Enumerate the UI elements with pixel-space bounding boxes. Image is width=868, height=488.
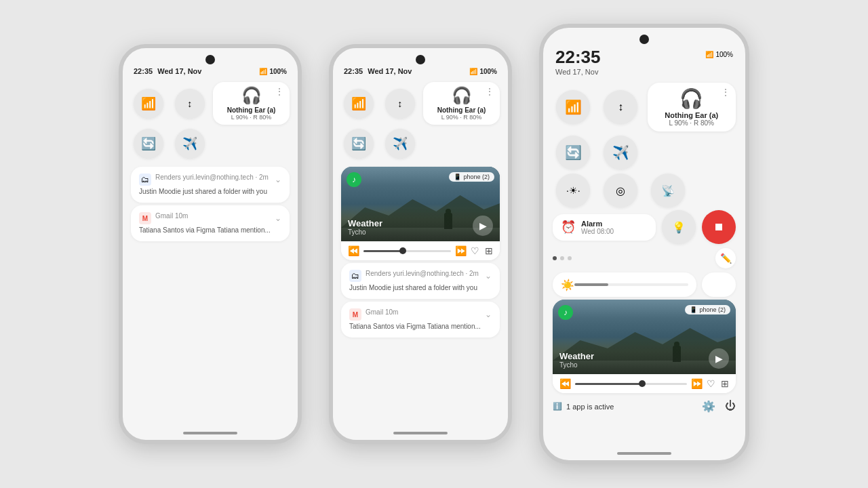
- media-title-2: Weather: [348, 218, 382, 228]
- phone-badge-icon-2: 📱: [454, 174, 461, 180]
- brightness-tile-3[interactable]: ·☀·: [556, 174, 590, 207]
- record-tile-3[interactable]: ⏹: [702, 210, 736, 244]
- settings-icon-3[interactable]: ⚙️: [702, 400, 715, 413]
- flashlight-tile-3[interactable]: 💡: [662, 210, 696, 244]
- dot-2-3: [560, 256, 564, 260]
- rewind-btn-2[interactable]: ⏪: [348, 245, 359, 256]
- data-tile-2[interactable]: ↕: [385, 89, 415, 119]
- empty-tile-2b: [467, 129, 497, 159]
- signal-icon-3: 📶: [705, 51, 713, 58]
- brightness-row-3: ☀️: [553, 272, 736, 297]
- notif-chevron-gmail-1[interactable]: ⌄: [275, 214, 281, 223]
- media-play-3[interactable]: ▶: [709, 348, 729, 369]
- media-card-3: ♪ 📱 phone (2) Weather Tycho ▶ ⏪ ⏩ ♡ ⊞: [553, 300, 736, 393]
- hotspot-tile-3[interactable]: 📡: [651, 174, 685, 207]
- notif-body-gmail-1: Tatiana Santos via Figma Tatiana mention…: [139, 226, 281, 235]
- data-icon-3: ↕: [618, 101, 623, 113]
- alarm-tile-3: ⏰ Alarm Wed 08:00: [553, 214, 656, 241]
- phone-2: 22:35 Wed 17, Nov 📶 100% 📶 ↕ ⋮ 🎧 Nothing…: [329, 44, 512, 444]
- data-tile-1[interactable]: ↕: [175, 89, 205, 119]
- extra-slider-3[interactable]: [702, 272, 736, 297]
- focus-tile-3[interactable]: ◎: [604, 174, 637, 207]
- forward-btn-3[interactable]: ⏩: [691, 378, 703, 389]
- alarm-info-3: Alarm Wed 08:00: [581, 220, 614, 235]
- notif-body-renders-2: Justin Moodie just shared a folder with …: [349, 283, 492, 292]
- media-controls-3: ⏪ ⏩ ♡ ⊞: [553, 374, 736, 393]
- notif-chevron-gmail-2[interactable]: ⌄: [485, 310, 492, 319]
- airplane-icon-2: ✈️: [393, 136, 408, 151]
- alarm-label-3: Alarm: [581, 220, 614, 228]
- notif-renders-1: 🗂 Renders yuri.levin@nothing.tech · 2m ⌄…: [131, 167, 290, 203]
- media-play-2[interactable]: ▶: [473, 216, 493, 236]
- progress-fill-3: [575, 383, 642, 385]
- airplane-tile-1[interactable]: ✈️: [175, 129, 205, 159]
- empty-tile-3b: [698, 136, 732, 169]
- repeat-btn-2[interactable]: ⊞: [485, 245, 493, 256]
- rotate-tile-3[interactable]: 🔄: [556, 136, 590, 169]
- phone-badge-3: 📱 phone (2): [685, 305, 730, 314]
- home-bar-3[interactable]: [617, 452, 671, 455]
- rotate-icon-2: 🔄: [351, 136, 366, 151]
- earbuds-tile-2[interactable]: ⋮ 🎧 Nothing Ear (a) L 90% · R 80%: [423, 82, 500, 125]
- progress-bar-3[interactable]: [575, 383, 687, 385]
- notif-chevron-1[interactable]: ⌄: [275, 175, 281, 184]
- info-icon-3: ℹ️: [553, 402, 562, 411]
- progress-bar-2[interactable]: [363, 250, 451, 252]
- wifi-tile-2[interactable]: 📶: [344, 89, 374, 119]
- phone-1: 22:35 Wed 17, Nov 📶 100% 📶 ↕ ⋮ 🎧 Nothing…: [119, 44, 302, 444]
- brightness-fill-3: [574, 283, 608, 286]
- data-tile-3[interactable]: ↕: [604, 90, 637, 124]
- airplane-tile-2[interactable]: ✈️: [385, 129, 415, 159]
- figure-3: [673, 346, 681, 362]
- alarm-time-3: Wed 08:00: [581, 228, 614, 235]
- rotate-tile-2[interactable]: 🔄: [344, 129, 374, 159]
- active-apps-bar-3: ℹ️ 1 app is active ⚙️ ⏻: [543, 396, 745, 417]
- quick-tiles-2: 📶 ↕ ⋮ 🎧 Nothing Ear (a) L 90% · R 80%: [333, 78, 508, 129]
- edit-icon-3[interactable]: ✏️: [715, 248, 736, 268]
- earbud-icon-3: 🎧: [679, 87, 703, 110]
- earbud-name-3: Nothing Ear (a): [665, 111, 718, 119]
- dot-1-3: [553, 256, 557, 260]
- earbud-name-2: Nothing Ear (a): [437, 106, 486, 114]
- heart-btn-3[interactable]: ♡: [707, 378, 715, 389]
- earbuds-menu-1[interactable]: ⋮: [275, 86, 284, 97]
- airplane-icon-3: ✈️: [612, 144, 629, 161]
- brightness-slider-3[interactable]: ☀️: [553, 272, 696, 297]
- rotate-icon-1: 🔄: [141, 136, 156, 151]
- rewind-btn-3[interactable]: ⏪: [559, 378, 571, 389]
- home-bar-1[interactable]: [183, 432, 237, 434]
- earbud-battery-3: L 90% · R 80%: [669, 119, 714, 127]
- repeat-btn-3[interactable]: ⊞: [721, 378, 729, 389]
- wifi-tile-3[interactable]: 📶: [556, 90, 590, 124]
- rotate-tile-1[interactable]: 🔄: [134, 129, 163, 159]
- notif-app-renders-2: Renders yuri.levin@nothing.tech · 2m: [366, 270, 479, 277]
- earbuds-tile-1[interactable]: ⋮ 🎧 Nothing Ear (a) L 90% · R 80%: [213, 82, 290, 125]
- media-bg-2: ♪ 📱 phone (2) Weather Tycho ▶: [341, 167, 500, 241]
- media-controls-2: ⏪ ⏩ ♡ ⊞: [341, 241, 500, 260]
- progress-fill-2: [363, 250, 403, 252]
- media-artist-3: Tycho: [559, 361, 594, 369]
- earbuds-tile-3[interactable]: ⋮ 🎧 Nothing Ear (a) L 90% · R 80%: [648, 83, 736, 131]
- empty-tile-1a: [216, 129, 245, 159]
- phone-badge-2: 📱 phone (2): [449, 172, 494, 182]
- signal-icon-2: 📶: [469, 68, 477, 75]
- data-icon-2: ↕: [397, 98, 402, 109]
- home-bar-2[interactable]: [393, 432, 448, 434]
- earbuds-menu-2[interactable]: ⋮: [485, 86, 494, 97]
- media-info-3: Weather Tycho: [559, 351, 594, 369]
- earbud-name-1: Nothing Ear (a): [227, 106, 276, 114]
- phone-3: 22:35 Wed 17, Nov 📶 100% 📶 ↕ ⋮ 🎧 Nothing…: [539, 24, 749, 464]
- power-icon-3[interactable]: ⏻: [725, 400, 736, 413]
- airplane-tile-3[interactable]: ✈️: [604, 136, 637, 169]
- media-artist-2: Tycho: [348, 228, 382, 236]
- wifi-icon-2: 📶: [351, 96, 366, 111]
- heart-btn-2[interactable]: ♡: [471, 245, 479, 256]
- forward-btn-2[interactable]: ⏩: [455, 245, 467, 256]
- notif-chevron-2[interactable]: ⌄: [485, 271, 492, 281]
- wifi-tile-1[interactable]: 📶: [134, 89, 163, 119]
- quick-tiles-row2-3: 🔄 ✈️: [543, 136, 745, 174]
- alarm-row-3: ⏰ Alarm Wed 08:00 💡 ⏹: [543, 210, 745, 247]
- battery-icon-1: 100%: [269, 68, 287, 75]
- earbuds-menu-3[interactable]: ⋮: [721, 87, 730, 98]
- rotate-icon-3: 🔄: [565, 144, 582, 161]
